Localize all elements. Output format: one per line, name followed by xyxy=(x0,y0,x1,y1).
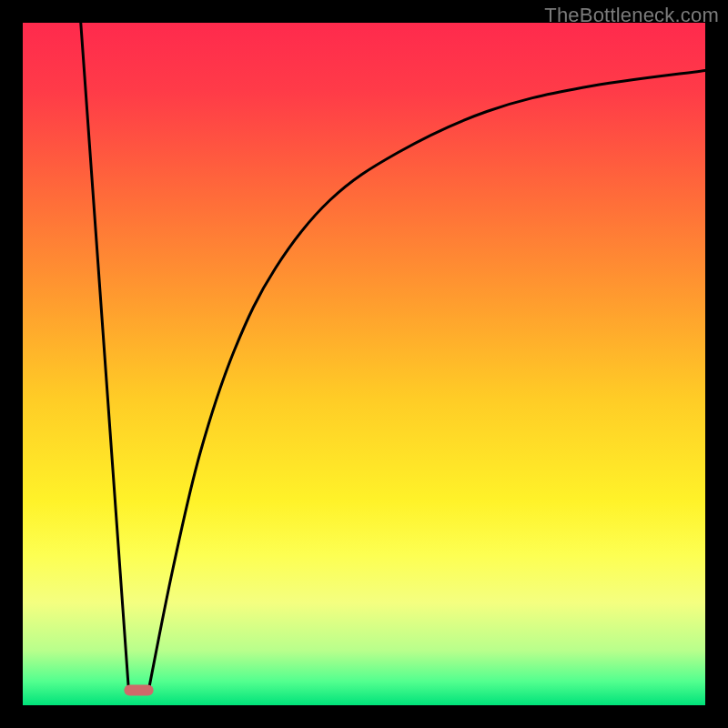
chart-canvas xyxy=(23,23,705,705)
min-point-marker xyxy=(124,685,153,696)
attribution-watermark: TheBottleneck.com xyxy=(544,4,719,27)
gradient-backdrop xyxy=(23,23,705,705)
plot-frame xyxy=(23,23,705,705)
